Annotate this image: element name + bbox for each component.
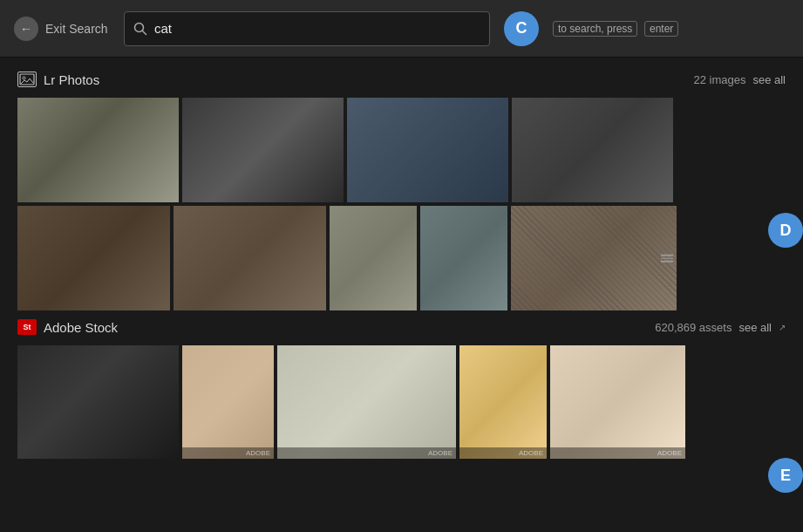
search-hint: to search, press enter bbox=[553, 22, 678, 35]
back-icon: ← bbox=[14, 17, 38, 41]
lr-photo-4[interactable] bbox=[512, 98, 673, 202]
stock-watermark-3: ADOBE bbox=[277, 447, 456, 459]
external-link-icon: ↗ bbox=[779, 323, 786, 332]
lr-see-all-link[interactable]: see all bbox=[752, 73, 786, 86]
main-content: Lr Photos 22 images see all bbox=[0, 58, 803, 473]
adobe-stock-title: Adobe Stock bbox=[44, 320, 118, 335]
search-icon bbox=[133, 22, 147, 36]
svg-line-1 bbox=[143, 31, 146, 34]
lr-section-header: Lr Photos 22 images see all bbox=[17, 72, 786, 87]
enter-key-hint: enter bbox=[644, 21, 678, 37]
lr-photo-2[interactable] bbox=[182, 98, 344, 202]
stock-watermark-2: ADOBE bbox=[182, 447, 274, 459]
stock-photo-grid: ADOBE ADOBE ADOBE ADOBE bbox=[17, 345, 786, 459]
adobe-stock-icon: St bbox=[17, 319, 37, 335]
lr-photos-title: Lr Photos bbox=[44, 72, 99, 87]
stock-photo-3[interactable]: ADOBE bbox=[277, 345, 456, 459]
lr-photo-5[interactable] bbox=[17, 206, 170, 310]
lr-photo-9[interactable] bbox=[511, 206, 677, 310]
exit-search-button[interactable]: ← Exit Search bbox=[14, 17, 110, 41]
svg-point-3 bbox=[23, 77, 25, 79]
exit-search-label: Exit Search bbox=[45, 22, 108, 36]
lr-images-count: 22 images bbox=[693, 73, 745, 86]
lr-photos-icon bbox=[17, 72, 37, 87]
stock-section-title: St Adobe Stock bbox=[17, 319, 118, 335]
lr-section-title: Lr Photos bbox=[17, 72, 99, 87]
stock-watermark-5: ADOBE bbox=[550, 447, 685, 459]
header: ← Exit Search cat C to search, press ent… bbox=[0, 0, 803, 58]
stock-photo-4[interactable]: ADOBE bbox=[459, 345, 547, 459]
lr-photo-3[interactable] bbox=[347, 98, 508, 202]
lr-photo-grid bbox=[17, 98, 786, 310]
lr-section-meta: 22 images see all bbox=[693, 73, 786, 86]
avatar-c[interactable]: C bbox=[504, 11, 539, 46]
lr-photo-1[interactable] bbox=[17, 98, 179, 202]
stock-section-header: St Adobe Stock 620,869 assets see all ↗ bbox=[17, 319, 786, 335]
search-bar[interactable]: cat bbox=[124, 11, 490, 46]
stock-assets-count: 620,869 assets bbox=[655, 321, 732, 334]
lr-photo-6[interactable] bbox=[174, 206, 326, 310]
search-input[interactable]: cat bbox=[154, 21, 480, 36]
avatar-d[interactable]: D bbox=[768, 213, 803, 248]
avatar-e[interactable]: E bbox=[768, 458, 803, 493]
stock-watermark-4: ADOBE bbox=[459, 447, 547, 459]
lr-photo-7[interactable] bbox=[330, 206, 417, 310]
stock-photo-1[interactable] bbox=[17, 345, 179, 459]
stock-see-all-link[interactable]: see all bbox=[738, 321, 772, 334]
stock-photo-5[interactable]: ADOBE bbox=[550, 345, 685, 459]
lr-photo-8[interactable] bbox=[420, 206, 507, 310]
stock-section-meta: 620,869 assets see all ↗ bbox=[655, 321, 786, 334]
stock-photo-2[interactable]: ADOBE bbox=[182, 345, 274, 459]
